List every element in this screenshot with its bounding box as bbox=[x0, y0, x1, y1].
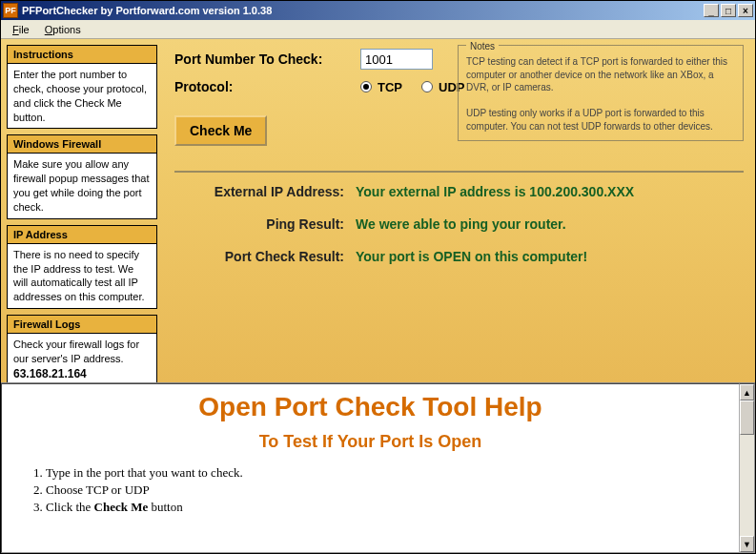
list-item: Type in the port that you want to check. bbox=[46, 465, 722, 481]
menubar: File Options bbox=[1, 20, 755, 39]
protocol-label: Protocol: bbox=[174, 79, 360, 94]
help-steps: Type in the port that you want to check.… bbox=[46, 465, 722, 515]
minimize-button[interactable]: _ bbox=[704, 4, 719, 17]
app-window: PF PFPortChecker by Portforward.com vers… bbox=[0, 0, 756, 554]
help-panel: Open Port Check Tool Help To Test If You… bbox=[1, 382, 755, 553]
list-item: Choose TCP or UDP bbox=[46, 482, 722, 498]
help-content: Open Port Check Tool Help To Test If You… bbox=[1, 383, 739, 553]
panel-heading: Firewall Logs bbox=[8, 316, 156, 334]
panel-body: There is no need to specify the IP addre… bbox=[8, 244, 156, 308]
panel-body: Enter the port number to check, choose y… bbox=[8, 64, 156, 128]
divider bbox=[174, 171, 744, 173]
notes-udp: UDP testing only works if a UDP port is … bbox=[466, 107, 735, 133]
scroll-track[interactable] bbox=[740, 400, 754, 536]
port-label: Port Number To Check: bbox=[174, 51, 360, 67]
notes-box: Notes TCP testing can detect if a TCP po… bbox=[458, 45, 744, 141]
protocol-group: TCP UDP bbox=[360, 80, 464, 94]
panel-heading: Instructions bbox=[8, 46, 156, 64]
ext-ip-value: Your external IP address is 100.200.300.… bbox=[356, 184, 634, 199]
panel-instructions: Instructions Enter the port number to ch… bbox=[7, 45, 157, 129]
radio-tcp[interactable]: TCP bbox=[360, 80, 402, 94]
help-h1: Open Port Check Tool Help bbox=[19, 392, 722, 422]
main-panel: Notes TCP testing can detect if a TCP po… bbox=[163, 45, 749, 377]
panel-logs: Firewall Logs Check your firewall logs f… bbox=[7, 315, 157, 386]
scrollbar[interactable]: ▲ ▼ bbox=[739, 383, 755, 553]
maximize-button[interactable]: □ bbox=[721, 4, 736, 17]
scroll-up-icon[interactable]: ▲ bbox=[740, 384, 754, 400]
panel-firewall: Windows Firewall Make sure you allow any… bbox=[7, 134, 157, 218]
scroll-down-icon[interactable]: ▼ bbox=[740, 536, 754, 552]
panel-ip: IP Address There is no need to specify t… bbox=[7, 225, 157, 309]
panel-heading: Windows Firewall bbox=[8, 135, 156, 154]
sidebar: Instructions Enter the port number to ch… bbox=[7, 45, 157, 377]
upper-panel: Instructions Enter the port number to ch… bbox=[1, 39, 755, 382]
menu-file[interactable]: File bbox=[5, 22, 37, 37]
content-area: Instructions Enter the port number to ch… bbox=[1, 39, 755, 553]
port-result-label: Port Check Result: bbox=[174, 249, 356, 264]
notes-legend: Notes bbox=[466, 40, 499, 53]
panel-body: Check your firewall logs for our server'… bbox=[8, 334, 156, 385]
scroll-thumb[interactable] bbox=[740, 400, 754, 435]
panel-body: Make sure you allow any firewall popup m… bbox=[8, 154, 156, 217]
ext-ip-label: External IP Address: bbox=[174, 184, 356, 199]
list-item: Click the Check Me button bbox=[46, 500, 722, 515]
app-icon: PF bbox=[3, 3, 18, 18]
ping-value: We were able to ping your router. bbox=[356, 216, 566, 232]
close-button[interactable]: × bbox=[738, 4, 753, 17]
port-result-value: Your port is OPEN on this computer! bbox=[356, 249, 587, 264]
port-input[interactable] bbox=[360, 49, 433, 70]
radio-icon bbox=[421, 81, 433, 92]
panel-heading: IP Address bbox=[8, 226, 156, 244]
help-h2: To Test If Your Port Is Open bbox=[19, 432, 722, 452]
titlebar: PF PFPortChecker by Portforward.com vers… bbox=[1, 1, 755, 20]
radio-icon bbox=[360, 81, 372, 92]
ping-label: Ping Result: bbox=[174, 216, 356, 232]
menu-options[interactable]: Options bbox=[37, 22, 89, 37]
radio-label: TCP bbox=[378, 80, 402, 94]
window-title: PFPortChecker by Portforward.com version… bbox=[22, 5, 272, 16]
notes-tcp: TCP testing can detect if a TCP port is … bbox=[466, 55, 735, 94]
server-ip: 63.168.21.164 bbox=[13, 367, 87, 380]
logs-text: Check your firewall logs for our server'… bbox=[13, 339, 139, 364]
check-me-button[interactable]: Check Me bbox=[174, 115, 267, 146]
